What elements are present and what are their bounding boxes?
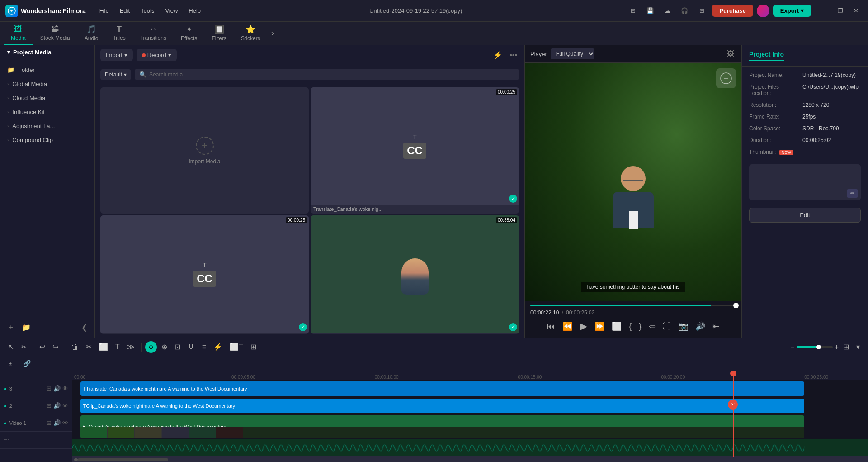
search-input[interactable]	[149, 71, 514, 78]
menu-tools[interactable]: Tools	[136, 5, 159, 16]
grid-icon[interactable]: ⊞	[695, 4, 708, 18]
timeline-scrollbar[interactable]	[72, 457, 868, 462]
save-icon[interactable]: 💾	[643, 4, 657, 18]
tab-titles[interactable]: T Titles	[105, 22, 132, 45]
headphone-icon[interactable]: 🎧	[678, 4, 691, 18]
volume-button[interactable]: 🔊	[693, 319, 707, 333]
ripple-tool-button[interactable]: ✂	[19, 342, 29, 352]
frame-forward-button[interactable]: ⏩	[593, 319, 606, 333]
quality-select[interactable]: Full Quality	[551, 48, 594, 59]
sidebar-item-influence-kit[interactable]: › Influence Kit	[0, 105, 94, 119]
purchase-button[interactable]: Purchase	[712, 5, 753, 17]
collapse-sidebar-button[interactable]: ❮	[80, 321, 89, 333]
tab-media[interactable]: 🖼 Media	[4, 22, 33, 45]
user-avatar[interactable]	[757, 5, 769, 17]
redo-button[interactable]: ↪	[50, 341, 61, 353]
more-button[interactable]: ▾	[854, 341, 863, 353]
undo-button[interactable]: ↩	[37, 341, 48, 353]
menu-help[interactable]: Help	[184, 5, 205, 16]
subtitle-button[interactable]: ⬜T	[227, 341, 246, 353]
tab-filters[interactable]: 🔲 Filters	[204, 22, 234, 45]
select-tool-button[interactable]: ↖	[5, 341, 17, 353]
folder-button[interactable]: 📁	[20, 321, 33, 333]
track-volume-icon[interactable]: 🔊	[53, 385, 61, 392]
snapshot-button[interactable]: 📷	[676, 319, 690, 333]
image-mode-icon[interactable]: 🖼	[725, 48, 736, 60]
track-add-icon[interactable]: ⊞	[47, 402, 52, 409]
edit-project-button[interactable]: Edit	[749, 208, 861, 223]
import-button[interactable]: Import ▾	[100, 49, 133, 61]
sidebar-item-compound-clip[interactable]: › Compound Clip	[0, 133, 94, 147]
sidebar-header[interactable]: ▾ Project Media	[0, 45, 94, 59]
clip-translate-canada[interactable]: T Translate_Canada's woke nightmare A wa…	[80, 381, 805, 396]
filter-icon[interactable]: ⚡	[491, 49, 504, 61]
zoom-out-button[interactable]: −	[790, 343, 794, 351]
media-item-translate-canada[interactable]: 00:00:25 T CC ✓ Translate_Canada's woke …	[311, 87, 519, 214]
cut-button[interactable]: ✂	[83, 341, 94, 353]
media-item-clip-canada[interactable]: 00:00:25 T CC ✓ Clip_Canada's woke night…	[100, 215, 309, 334]
frame-back-button[interactable]: ⏪	[561, 319, 574, 333]
tab-transitions[interactable]: ↔ Transitions	[133, 22, 174, 45]
fullscreen-button[interactable]: ⛶	[661, 320, 673, 333]
record-button[interactable]: Record ▾	[137, 49, 177, 61]
sidebar-item-global-media[interactable]: › Global Media	[0, 77, 94, 91]
more-options-icon[interactable]: •••	[508, 49, 519, 61]
add-folder-button[interactable]: ＋	[5, 321, 16, 334]
layout-options-button[interactable]: ⊞	[840, 341, 852, 353]
crop-button[interactable]: ⬜	[96, 341, 111, 353]
menu-edit[interactable]: Edit	[115, 5, 134, 16]
close-button[interactable]: ✕	[849, 4, 863, 18]
screen-record-button[interactable]: ⊞	[248, 341, 259, 353]
tab-audio[interactable]: 🎵 Audio	[77, 22, 106, 45]
progress-bar[interactable]	[530, 305, 736, 306]
import-media-tile[interactable]: + Import Media	[100, 87, 309, 214]
sidebar-item-folder[interactable]: 📁 Folder	[0, 63, 94, 77]
track-add-icon[interactable]: ⊞	[47, 419, 52, 426]
loop-button[interactable]: ⬜	[610, 319, 623, 333]
cloud-icon[interactable]: ☁	[660, 4, 674, 18]
export-button[interactable]: Export ▾	[773, 5, 811, 17]
media-item-canada-nightmare[interactable]: 00:38:04 ✓ Canada's woke nightmare A ...	[311, 215, 519, 334]
more-tools-button[interactable]: ≫	[124, 341, 137, 353]
sidebar-item-adjustment-layer[interactable]: › Adjustment La...	[0, 119, 94, 133]
ai-button[interactable]: ⚡	[211, 341, 225, 353]
track-visibility-icon[interactable]: 👁	[62, 402, 68, 409]
sidebar-item-cloud-media[interactable]: › Cloud Media	[0, 91, 94, 105]
layout-icon[interactable]: ⊞	[626, 4, 640, 18]
out-point-button[interactable]: }	[637, 320, 643, 333]
track-add-icon[interactable]: ⊞	[47, 385, 52, 392]
smart-cutout-button[interactable]: ⊙	[145, 341, 157, 353]
tab-effects[interactable]: ✦ Effects	[174, 22, 204, 45]
tab-more-icon[interactable]: ›	[268, 26, 278, 41]
delete-button[interactable]: 🗑	[69, 341, 81, 353]
menu-view[interactable]: View	[160, 5, 182, 16]
caption-button[interactable]: ≡	[199, 341, 209, 353]
scroll-thumb[interactable]	[78, 458, 168, 461]
zoom-in-button[interactable]: +	[835, 343, 839, 351]
markers-button[interactable]: ⇦	[647, 319, 657, 333]
clip-canada-nightmare[interactable]: ▶ Canada's woke nightmare A warning to t…	[80, 415, 805, 438]
motion-track-button[interactable]: ⊕	[159, 341, 170, 353]
settings-button[interactable]: ⇤	[711, 319, 721, 333]
step-back-button[interactable]: ⏮	[545, 320, 557, 333]
clip-clip-canada[interactable]: T Clip_Canada's woke nightmare A warning…	[80, 399, 805, 413]
mic-button[interactable]: 🎙	[185, 341, 198, 353]
minimize-button[interactable]: —	[818, 4, 832, 18]
edit-thumbnail-button[interactable]: ✏	[847, 189, 858, 198]
zoom-track[interactable]	[797, 346, 833, 348]
in-point-button[interactable]: {	[627, 320, 633, 333]
link-button[interactable]: 🔗	[20, 358, 33, 369]
maximize-button[interactable]: ❐	[834, 4, 847, 18]
add-track-button[interactable]: ⊞+	[5, 358, 19, 368]
silence-detect-button[interactable]: ⊡	[172, 341, 183, 353]
track-visibility-icon[interactable]: 👁	[62, 419, 68, 426]
track-visibility-icon[interactable]: 👁	[62, 385, 68, 392]
menu-file[interactable]: File	[95, 5, 113, 16]
track-volume-icon[interactable]: 🔊	[53, 419, 61, 426]
sort-dropdown[interactable]: Default ▾	[100, 69, 131, 80]
tab-stock-media[interactable]: 📽 Stock Media	[33, 22, 77, 45]
tab-stickers[interactable]: ⭐ Stickers	[234, 22, 268, 45]
play-button[interactable]: ▶	[578, 319, 589, 334]
type-button[interactable]: T	[113, 341, 123, 353]
track-volume-icon[interactable]: 🔊	[53, 402, 61, 409]
